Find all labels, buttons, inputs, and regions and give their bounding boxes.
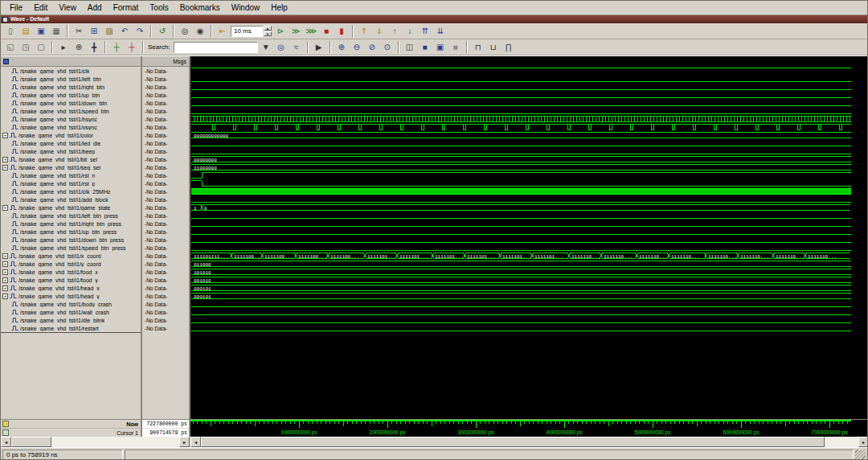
cut-button[interactable]: ✂ xyxy=(72,24,86,38)
redo-button[interactable]: ↷ xyxy=(133,24,147,38)
expander-icon[interactable]: + xyxy=(2,165,8,170)
signal-row[interactable]: /snake_game_vhd_tst/i1/right_btn xyxy=(1,83,141,91)
cursor-select-button[interactable]: ▶ xyxy=(312,40,326,54)
scroll-left-icon[interactable]: ◂ xyxy=(1,437,11,447)
signal-row[interactable]: +/snake_game_vhd_tst/i1/food_x xyxy=(1,268,141,276)
dock-pane-button[interactable]: ◱ xyxy=(3,40,18,54)
find-next-button[interactable]: ◉ xyxy=(193,24,207,38)
expander-icon[interactable]: + xyxy=(2,253,8,259)
signal-row[interactable]: /snake_game_vhd_tst/i1/up_btn_press xyxy=(1,228,141,236)
restart-sim-button[interactable]: ⇤ xyxy=(215,24,230,38)
paste-button[interactable]: ▨ xyxy=(102,24,117,38)
waveform-canvas[interactable]: 000000000000000000001100000010111101111.… xyxy=(190,56,868,420)
pane-gray-button[interactable]: ■ xyxy=(448,40,463,54)
edge-fall-button[interactable]: ⊔ xyxy=(486,40,501,54)
signal-row[interactable]: /snake_game_vhd_tst/i1/speed_btn_press xyxy=(1,244,141,252)
wave-scroll-track[interactable] xyxy=(825,437,858,447)
signal-row[interactable]: /snake_game_vhd_tst/i1/rst_p xyxy=(1,179,141,187)
search-find-button[interactable]: ◎ xyxy=(274,40,289,54)
wave-scroll-left-icon[interactable]: ◂ xyxy=(190,437,201,447)
undo-button[interactable]: ↶ xyxy=(117,24,132,38)
menu-view[interactable]: View xyxy=(53,2,82,14)
run-length-spinner[interactable]: ▲▼ xyxy=(264,26,272,36)
wave-hscrollbar[interactable]: ◂ ▸ xyxy=(190,437,868,447)
search-options-button[interactable]: ≈ xyxy=(289,40,304,54)
menu-bookmarks[interactable]: Bookmarks xyxy=(174,2,226,14)
signal-row[interactable]: /snake_game_vhd_tst/i1/vsync xyxy=(1,123,141,131)
run-all-button[interactable]: ⋙ xyxy=(304,24,318,38)
spin-up-icon[interactable]: ▲ xyxy=(264,26,272,31)
edge-rise-button[interactable]: ⊓ xyxy=(471,40,485,54)
signal-row[interactable]: +/snake_game_vhd_tst/i1/x_coord xyxy=(1,252,141,260)
spin-down-icon[interactable]: ▼ xyxy=(264,31,272,36)
menu-add[interactable]: Add xyxy=(82,2,108,14)
expander-icon[interactable]: + xyxy=(2,269,8,275)
menu-tools[interactable]: Tools xyxy=(144,2,174,14)
print-button[interactable]: ▦ xyxy=(49,24,63,38)
signal-row[interactable]: +/snake_game_vhd_tst/i1/game_state xyxy=(1,203,141,212)
signal-row[interactable]: /snake_game_vhd_tst/i1/left_btn xyxy=(1,75,141,83)
expander-icon[interactable]: + xyxy=(2,294,8,299)
pane-solid-button[interactable]: ■ xyxy=(418,40,432,54)
signal-row[interactable]: /snake_game_vhd_tst/i1/led_die xyxy=(1,139,141,147)
signal-row[interactable]: /snake_game_vhd_tst/i1/left_btn_press xyxy=(1,212,141,220)
wave-scroll-thumb[interactable] xyxy=(201,437,825,447)
menu-edit[interactable]: Edit xyxy=(28,2,53,14)
break-button[interactable]: ■ xyxy=(319,24,334,38)
now-marker-icon[interactable] xyxy=(2,421,9,427)
resize-grip[interactable] xyxy=(855,450,866,460)
signal-row[interactable]: /snake_game_vhd_tst/i1/die_blink xyxy=(1,316,141,324)
wave-title-bar[interactable]: Wave - Default xyxy=(1,15,867,23)
timeline-ruler[interactable]: 1000000000 ps2000000000 ps3000000000 ps4… xyxy=(190,420,868,437)
delete-cursor-button[interactable]: ┼ xyxy=(125,40,139,54)
save-button[interactable]: ▣ xyxy=(34,24,48,38)
move-down-button[interactable]: ↓ xyxy=(403,24,417,38)
signal-row[interactable]: /snake_game_vhd_tst/i1/beep xyxy=(1,147,141,155)
copy-button[interactable]: ⊞ xyxy=(87,24,101,38)
signal-row[interactable]: /snake_game_vhd_tst/i1/speed_btn xyxy=(1,107,141,115)
signal-row[interactable]: /snake_game_vhd_tst/i1/down_btn xyxy=(1,99,141,107)
zoom-range-button[interactable]: ⊙ xyxy=(380,40,395,54)
continue-run-button[interactable]: ≫ xyxy=(289,24,303,38)
add-cursor-button[interactable]: ┼ xyxy=(109,40,124,54)
zoom-out-button[interactable]: ⊖ xyxy=(350,40,364,54)
prev-edge-button[interactable]: ⇑ xyxy=(357,24,371,38)
signal-row[interactable]: +/snake_game_vhd_tst/i1/head_x xyxy=(1,284,141,292)
signal-row[interactable]: +/snake_game_vhd_tst/i1/head_y xyxy=(1,292,141,300)
search-input[interactable] xyxy=(174,42,258,53)
signal-row[interactable]: /snake_game_vhd_tst/i1/clk_25MHz xyxy=(1,187,141,195)
signal-row[interactable]: +/snake_game_vhd_tst/i1/seg_sel xyxy=(1,163,141,171)
expander-icon[interactable]: + xyxy=(2,261,8,267)
zoom-in-button[interactable]: ⊕ xyxy=(334,40,349,54)
find-button[interactable]: ◎ xyxy=(178,24,192,38)
names-hscrollbar[interactable]: ◂ ▸ xyxy=(1,437,190,447)
pane-expand-button[interactable]: ▣ xyxy=(433,40,448,54)
stop-sim-button[interactable]: ▮ xyxy=(334,24,349,38)
signal-row[interactable]: +/snake_game_vhd_tst/i1/color xyxy=(1,131,141,139)
select-mode-button[interactable]: ▸ xyxy=(56,40,71,54)
names-scroll-thumb[interactable] xyxy=(11,437,51,447)
signal-row[interactable]: /snake_game_vhd_tst/i1/clk xyxy=(1,67,141,75)
run-length-input[interactable] xyxy=(231,26,263,37)
edge-pulse-button[interactable]: ∏ xyxy=(502,40,516,54)
expander-icon[interactable]: + xyxy=(2,285,8,291)
wave-scroll-right-icon[interactable]: ▸ xyxy=(858,437,868,447)
move-bottom-button[interactable]: ⇊ xyxy=(433,24,448,38)
signal-row[interactable]: /snake_game_vhd_tst/i1/add_block xyxy=(1,195,141,203)
signal-row[interactable]: +/snake_game_vhd_tst/i1/y_coord xyxy=(1,260,141,268)
scroll-right-icon[interactable]: ▸ xyxy=(179,437,190,447)
zoom-window-button[interactable]: ▢ xyxy=(34,40,48,54)
expander-icon[interactable]: + xyxy=(2,277,8,283)
menu-help[interactable]: Help xyxy=(265,2,293,14)
pane-split-button[interactable]: ◫ xyxy=(403,40,417,54)
reload-button[interactable]: ↺ xyxy=(155,24,170,38)
signal-row[interactable]: /snake_game_vhd_tst/i1/wall_crash xyxy=(1,308,141,316)
signal-row[interactable]: +/snake_game_vhd_tst/i1/food_y xyxy=(1,276,141,284)
open-file-button[interactable]: ▤ xyxy=(18,24,33,38)
signal-row[interactable]: /snake_game_vhd_tst/i1/body_crash xyxy=(1,300,141,308)
next-edge-button[interactable]: ⇓ xyxy=(372,24,387,38)
signal-row[interactable]: /snake_game_vhd_tst/i1/restart xyxy=(1,324,141,332)
names-scroll-track[interactable] xyxy=(51,437,179,447)
signal-row[interactable]: /snake_game_vhd_tst/i1/rst_n xyxy=(1,171,141,179)
expander-icon[interactable]: + xyxy=(2,205,8,211)
